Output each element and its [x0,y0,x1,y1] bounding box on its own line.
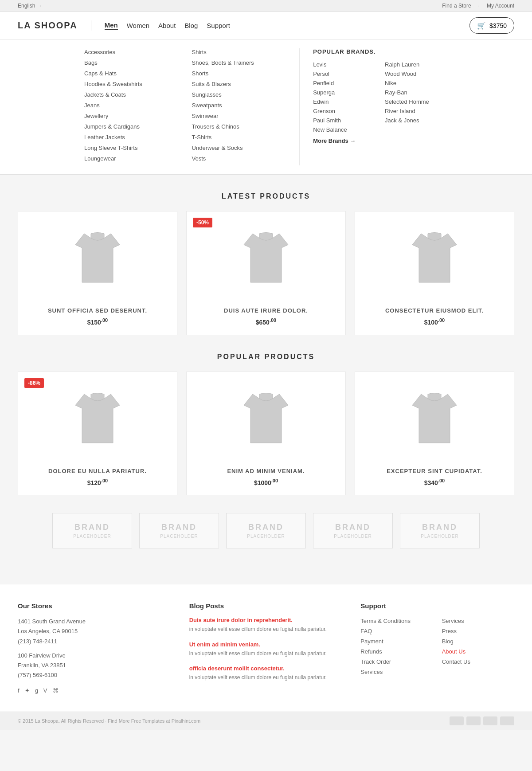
brand-placeholder-2[interactable]: BRAND PLACEHOLDER [139,513,219,548]
nav-blog[interactable]: Blog [184,22,198,29]
product-card[interactable]: SUNT OFFICIA SED DESERUNT. $150.00 [18,211,177,335]
menu-link[interactable]: Jumpers & Cardigans [84,123,140,130]
support-link[interactable]: Services [442,617,514,625]
brand-link[interactable]: Selected Homme [385,98,448,105]
mega-menu: AccessoriesBagsCaps & HatsHoodies & Swea… [66,39,466,174]
brand-link[interactable]: Wood Wood [385,70,448,77]
product-card[interactable]: EXCEPTEUR SINT CUPIDATAT. $340.00 [355,372,514,496]
google-icon[interactable]: g [35,687,38,694]
menu-link[interactable]: Sweatpants [192,102,222,109]
menu-link[interactable]: Shorts [192,70,209,77]
menu-item: Jeans [84,102,174,109]
blog-post-title[interactable]: officia deserunt mollit consectetur. [189,665,343,672]
support-link[interactable]: Services [360,668,433,676]
language-selector[interactable]: English → [18,3,42,9]
store1-phone[interactable]: (213) 748-2411 [18,638,57,645]
brand-link[interactable]: Ray-Ban [385,89,448,96]
product-card[interactable]: -50% DUIS AUTE IRURE DOLOR. $650.00 [186,211,346,335]
product-price: $340.00 [364,478,505,486]
menu-link[interactable]: Shirts [192,49,207,55]
brand-link[interactable]: River Island [385,108,448,114]
brand-placeholder-sub: PLACEHOLDER [73,534,111,539]
facebook-icon[interactable]: f [18,687,20,694]
brand-placeholder-4[interactable]: BRAND PLACEHOLDER [313,513,393,548]
menu-link[interactable]: Accessories [84,49,115,55]
product-card[interactable]: ENIM AD MINIM VENIAM. $1000.00 [186,372,346,496]
menu-link[interactable]: Hoodies & Sweatshirts [84,81,142,87]
menu-link[interactable]: Bags [84,59,98,66]
menu-link[interactable]: Caps & Hats [84,70,117,77]
menu-item: Leather Jackets [84,133,174,141]
support-link[interactable]: FAQ [360,627,433,635]
store2-address: 100 Fairview DriveFranklin, VA 23851 (75… [18,651,172,680]
price-cents: .00 [438,317,445,323]
vimeo-icon[interactable]: V [43,687,47,694]
nav-women[interactable]: Women [127,22,149,29]
brand-link[interactable]: Superga [313,89,376,96]
support-link[interactable]: About Us [442,647,514,656]
my-account-link[interactable]: My Account [487,3,514,9]
brand-placeholder-5[interactable]: BRAND PLACEHOLDER [400,513,480,548]
menu-item: Hoodies & Sweatshirts [84,80,174,87]
latest-products-title: LATEST PRODUCTS [18,192,514,200]
brand-placeholder-text: BRAND [74,523,110,532]
cart-button[interactable]: 🛒 $3750 [469,17,514,34]
menu-link[interactable]: Trousers & Chinos [192,123,239,130]
brand-link[interactable]: Edwin [313,98,376,105]
support-link[interactable]: Contact Us [442,658,514,666]
product-card[interactable]: CONSECTETUR EIUSMOD ELIT. $100.00 [355,211,514,335]
mega-menu-col1: AccessoriesBagsCaps & HatsHoodies & Swea… [84,48,174,165]
support-link[interactable]: Press [442,627,514,635]
nav-men[interactable]: Men [105,21,118,30]
brand-link[interactable]: Nike [385,80,448,86]
menu-link[interactable]: Vests [192,155,206,162]
menu-link[interactable]: Jackets & Coats [84,91,126,98]
blog-post-excerpt: in voluptate velit esse cillum dolore eu… [189,673,343,682]
blog-post-title[interactable]: Duis aute irure dolor in reprehenderit. [189,617,343,623]
support-link[interactable]: Refunds [360,647,433,656]
rss-icon[interactable]: ⌘ [53,687,59,694]
support-link[interactable]: Payment [360,637,433,646]
menu-link[interactable]: Sunglasses [192,91,222,98]
menu-link[interactable]: T-Shirts [192,134,212,141]
price-cents: .00 [271,478,278,483]
product-card[interactable]: -86% DOLORE EU NULLA PARIATUR. $120.00 [18,372,177,496]
menu-link[interactable]: Underwear & Socks [192,145,243,151]
menu-link[interactable]: Long Sleeve T-Shirts [84,145,137,151]
brand-link[interactable]: Persol [313,70,376,77]
brand-link[interactable]: Grenson [313,108,376,114]
header: LA SHOOPA Men Women About Blog Support 🛒… [0,12,532,39]
brand-link[interactable]: Jack & Jones [385,117,448,124]
brand-link[interactable]: Levis [313,61,376,68]
brand-placeholder-1[interactable]: BRAND PLACEHOLDER [52,513,132,548]
find-store-link[interactable]: Find a Store [442,3,471,9]
brand-link[interactable]: New Balance [313,126,376,133]
support-link[interactable]: Terms & Conditions [360,617,433,625]
menu-link[interactable]: Jeans [84,102,100,109]
brand-link[interactable]: Ralph Lauren [385,61,448,68]
support-link[interactable]: Blog [442,637,514,646]
menu-link[interactable]: Shoes, Boots & Trainers [192,59,254,66]
menu-link[interactable]: Jewellery [84,113,108,119]
twitter-icon[interactable]: ✦ [25,687,30,694]
support-link[interactable]: Track Order [360,658,433,666]
nav-support[interactable]: Support [207,22,230,29]
brand-link[interactable]: Penfield [313,80,376,86]
menu-link[interactable]: Leather Jackets [84,134,125,141]
blog-post-item: Duis aute irure dolor in reprehenderit. … [189,617,343,634]
menu-link[interactable]: Suits & Blazers [192,81,231,87]
top-bar: English → Find a Store · My Account [0,0,532,12]
brand-link[interactable]: Paul Smith [313,117,376,124]
store2-phone[interactable]: (757) 569-6100 [18,672,57,678]
category-list-1: AccessoriesBagsCaps & HatsHoodies & Swea… [84,48,174,162]
brand-placeholder-3[interactable]: BRAND PLACEHOLDER [226,513,306,548]
menu-link[interactable]: Loungewear [84,155,116,162]
blog-post-title[interactable]: Ut enim ad minim veniam. [189,641,343,648]
blog-post-excerpt: in voluptate velit esse cillum dolore eu… [189,650,343,658]
payment-icon-1 [450,716,464,725]
menu-link[interactable]: Swimwear [192,113,219,119]
more-brands-link[interactable]: More Brands → [313,137,448,144]
logo[interactable]: LA SHOOPA [18,20,91,31]
brand-placeholder-text: BRAND [161,523,197,532]
nav-about[interactable]: About [158,22,176,29]
